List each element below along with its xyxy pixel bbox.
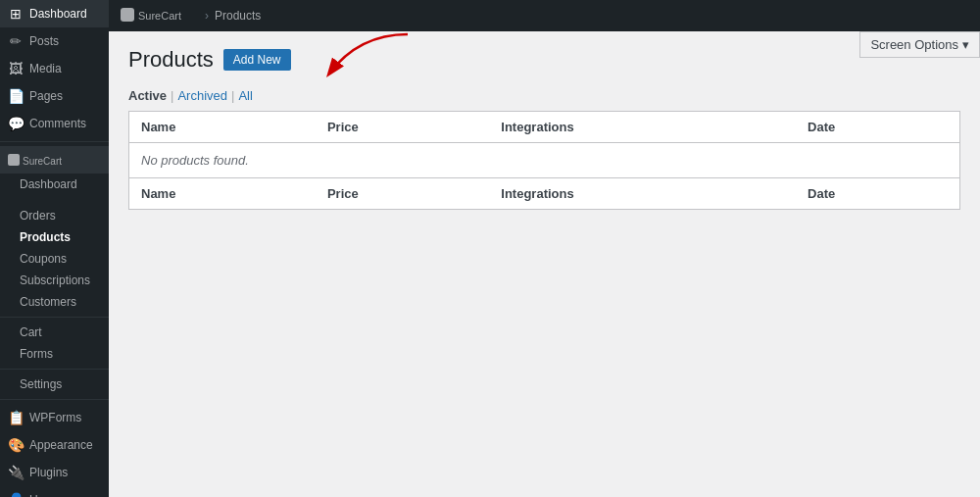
col-header-price: Price <box>316 112 489 143</box>
sidebar-section-surecart <box>0 195 109 205</box>
sidebar-item-dashboard[interactable]: ⊞ Dashboard <box>0 0 109 27</box>
screen-options-chevron-icon: ▾ <box>962 37 969 52</box>
sidebar: ⊞ Dashboard ✏ Posts 🖼 Media 📄 Pages 💬 Co… <box>0 0 109 497</box>
breadcrumb: SureCart › Products <box>121 7 261 25</box>
content-area: Screen Options ▾ Products Add New Active… <box>109 31 980 497</box>
products-table: Name Price Integrations Date No products… <box>128 111 960 210</box>
sidebar-item-pages[interactable]: 📄 Pages <box>0 82 109 110</box>
table-footer-row: Name Price Integrations Date <box>129 178 960 210</box>
sidebar-sub-subscriptions[interactable]: Subscriptions <box>0 270 109 291</box>
sidebar-sub-orders[interactable]: Orders <box>0 205 109 226</box>
tab-all[interactable]: All <box>238 88 252 103</box>
sidebar-item-plugins[interactable]: 🔌 Plugins <box>0 459 109 486</box>
svg-rect-0 <box>8 154 20 166</box>
sidebar-sub-cart[interactable]: Cart <box>0 322 109 343</box>
breadcrumb-current: Products <box>215 9 261 23</box>
page-title: Products <box>128 47 214 73</box>
surecart-icon: SureCart <box>8 152 67 168</box>
sidebar-label-appearance: Appearance <box>29 438 93 452</box>
svg-text:SureCart: SureCart <box>23 156 62 167</box>
posts-icon: ✏ <box>8 33 24 49</box>
appearance-icon: 🎨 <box>8 437 24 453</box>
sidebar-label-media: Media <box>29 62 62 75</box>
table-header-row: Name Price Integrations Date <box>129 112 960 143</box>
main-content: SureCart › Products Screen Options ▾ Pro… <box>109 0 980 497</box>
sidebar-item-wpforms[interactable]: 📋 WPForms <box>0 404 109 431</box>
svg-text:SureCart: SureCart <box>138 10 181 22</box>
tab-active[interactable]: Active <box>128 88 167 103</box>
sidebar-sub-dashboard[interactable]: Dashboard <box>0 174 109 195</box>
sidebar-label-dashboard: Dashboard <box>29 7 87 21</box>
wpforms-icon: 📋 <box>8 410 24 425</box>
breadcrumb-chevron: › <box>205 9 209 23</box>
sidebar-item-surecart[interactable]: SureCart <box>0 146 109 174</box>
sidebar-sub-forms[interactable]: Forms <box>0 343 109 365</box>
sidebar-sub-settings[interactable]: Settings <box>0 373 109 395</box>
svg-rect-2 <box>121 8 134 22</box>
col-footer-integrations: Integrations <box>489 178 796 210</box>
sidebar-label-users: Users <box>29 493 60 497</box>
sidebar-item-media[interactable]: 🖼 Media <box>0 55 109 82</box>
empty-message: No products found. <box>129 143 960 178</box>
filter-tabs: Active | Archived | All <box>128 88 960 103</box>
page-header: Products Add New <box>128 47 960 73</box>
sidebar-label-wpforms: WPForms <box>29 411 81 424</box>
red-arrow-annotation <box>300 31 417 83</box>
sidebar-label-plugins: Plugins <box>29 466 68 479</box>
topbar: SureCart › Products <box>109 0 980 31</box>
col-header-integrations: Integrations <box>489 112 796 143</box>
tab-archived[interactable]: Archived <box>177 88 227 103</box>
col-header-name: Name <box>129 112 316 143</box>
table-row-empty: No products found. <box>129 143 960 178</box>
comments-icon: 💬 <box>8 116 24 131</box>
sidebar-label-posts: Posts <box>29 34 59 48</box>
media-icon: 🖼 <box>8 61 24 76</box>
users-icon: 👤 <box>8 492 24 497</box>
col-footer-name: Name <box>129 178 316 210</box>
sidebar-item-comments[interactable]: 💬 Comments <box>0 110 109 137</box>
sidebar-label-comments: Comments <box>29 117 86 130</box>
dashboard-icon: ⊞ <box>8 6 24 22</box>
col-footer-date: Date <box>796 178 959 210</box>
plugins-icon: 🔌 <box>8 465 24 480</box>
sidebar-sub-products[interactable]: Products <box>0 226 109 248</box>
sidebar-item-users[interactable]: 👤 Users <box>0 486 109 497</box>
sidebar-sub-customers[interactable]: Customers <box>0 291 109 313</box>
sidebar-label-pages: Pages <box>29 89 63 103</box>
sidebar-item-appearance[interactable]: 🎨 Appearance <box>0 431 109 459</box>
surecart-logo: SureCart <box>121 7 199 25</box>
add-new-button[interactable]: Add New <box>223 49 291 71</box>
col-header-date: Date <box>796 112 959 143</box>
sidebar-sub-coupons[interactable]: Coupons <box>0 248 109 270</box>
col-footer-price: Price <box>316 178 489 210</box>
sidebar-item-posts[interactable]: ✏ Posts <box>0 27 109 55</box>
pages-icon: 📄 <box>8 88 24 104</box>
